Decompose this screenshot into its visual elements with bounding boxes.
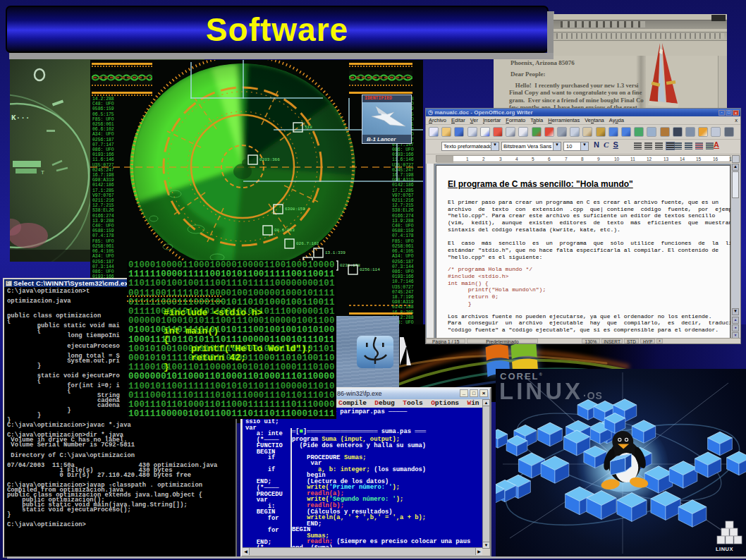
svg-text:026.7:162: 026.7:162 xyxy=(296,241,319,246)
svg-text:08.6:063: 08.6:063 xyxy=(274,228,295,233)
svg-text:6308:159: 6308:159 xyxy=(285,207,305,212)
svg-text:518: 518 xyxy=(305,125,312,130)
svg-text:0203:366: 0203:366 xyxy=(259,157,280,162)
svg-text:K···: K··· xyxy=(11,114,30,122)
svg-text:T: T xyxy=(41,169,44,176)
svg-text:0256:114: 0256:114 xyxy=(360,267,380,272)
svg-text:13.1:339: 13.1:339 xyxy=(325,250,346,255)
